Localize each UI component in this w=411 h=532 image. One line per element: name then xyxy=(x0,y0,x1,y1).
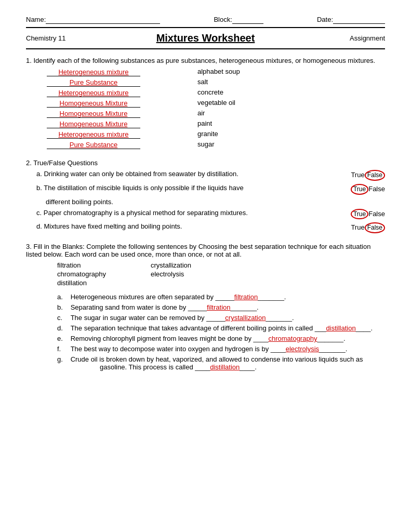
q3-answer-d: distillation xyxy=(326,324,356,332)
block-label: Block: xyxy=(214,16,263,24)
word-bank: filtration crystallization chromatograph… xyxy=(57,261,385,287)
q3-before-b: Separating sand from water is done by __… xyxy=(71,303,207,311)
q1-answers-grid: Heterogeneous mixture alphabet soup Pure… xyxy=(47,68,385,150)
q3-g-line1: g. Crude oil is broken down by heat, vap… xyxy=(57,355,385,363)
wb-distillation: distillation xyxy=(57,279,151,287)
q3-label-e: e. xyxy=(57,335,69,342)
wb-electrolysis: electrolysis xyxy=(151,270,244,278)
q2-answer-a: TrueFalse xyxy=(343,170,385,181)
q3-label-b: b. xyxy=(57,303,69,311)
q1-substance-7: sugar xyxy=(192,140,385,150)
list-item: f. The best way to decompose water into … xyxy=(57,345,385,353)
wb-chromatography: chromatography xyxy=(57,270,151,278)
q1-answer-4: Homogeneous Mixture xyxy=(47,110,140,118)
header-divider-top xyxy=(26,27,385,28)
q1-answer-6: Heterogeneous mixture xyxy=(47,130,140,139)
q3-before-e: Removing chlorophyll pigment from leaves… xyxy=(71,335,269,342)
q1-substance-0: alphabet soup xyxy=(192,68,385,77)
list-item: Heterogeneous mixture xyxy=(47,68,192,77)
true-circled-b: True xyxy=(351,184,368,195)
list-item: b. Separating sand from water is done by… xyxy=(57,303,385,311)
q3-after-c: _______. xyxy=(266,314,294,322)
list-item: Pure Substance xyxy=(47,140,192,150)
q3-answer-b: filtration xyxy=(207,303,231,311)
name-label: Name: xyxy=(26,16,160,24)
q1-answer-1: Pure Substance xyxy=(47,78,140,87)
list-item: Pure Substance xyxy=(47,78,192,87)
q3-label-c: c. xyxy=(57,314,69,322)
q3-label-f: f. xyxy=(57,345,69,353)
q1-substance-4: air xyxy=(192,109,385,118)
q3-after-a: _______. xyxy=(258,293,286,301)
q2-question-c: c. Paper chromatography is a physical me… xyxy=(36,209,343,217)
date-label: Date: xyxy=(317,16,385,24)
q2-title: 2. True/False Questions xyxy=(26,159,385,167)
q3-before-f: The best way to decompose water into oxy… xyxy=(71,345,286,353)
false-circled-a: False xyxy=(365,170,385,181)
wb-empty xyxy=(151,279,244,287)
q3-label-d: d. xyxy=(57,324,69,332)
list-item: a. Drinking water can only be obtained f… xyxy=(26,170,385,181)
q3-answer-f: electrolysis xyxy=(286,345,319,353)
q2-question-b: b. The distillation of miscible liquids … xyxy=(36,184,343,192)
q3-after-b: _______. xyxy=(231,303,259,311)
q3-before-g: Crude oil is broken down by heat, vapori… xyxy=(71,355,363,363)
header-top: Name: Block: Date: xyxy=(26,16,385,24)
q2-answer-d: TrueFalse xyxy=(343,222,385,233)
list-item: Heterogeneous mixture xyxy=(47,88,192,98)
list-item: g. Crude oil is broken down by heat, vap… xyxy=(57,355,385,371)
list-item: Homogeneous Mixture xyxy=(47,119,192,129)
q1-answer-7: Pure Substance xyxy=(47,141,140,149)
header-divider-bottom xyxy=(26,48,385,49)
header-main: Chemistry 11 Mixtures Worksheet Assignme… xyxy=(26,30,385,46)
q2-question-d: d. Mixtures have fixed melting and boili… xyxy=(36,222,343,230)
q3-after-e: _______. xyxy=(317,335,345,342)
q1-substance-3: vegetable oil xyxy=(192,99,385,108)
q2-answer-c: TrueFalse xyxy=(343,209,385,220)
list-item: c. The sugar in sugar water can be remov… xyxy=(57,314,385,322)
q3-answer-g: distillation xyxy=(210,363,240,371)
q2-answer-b: TrueFalse xyxy=(343,184,385,195)
q3-before-a: Heterogeneous mixtures are often separat… xyxy=(71,293,234,301)
list-item: c. Paper chromatography is a physical me… xyxy=(26,209,385,220)
q3-label-g: g. xyxy=(57,355,69,363)
q3-before-d: The separation technique that takes adva… xyxy=(71,324,326,332)
q1-substance-6: granite xyxy=(192,130,385,139)
question-1: 1. Identify each of the following substa… xyxy=(26,57,385,150)
q1-answer-2: Heterogeneous mixture xyxy=(47,89,140,97)
list-item: b. The distillation of miscible liquids … xyxy=(26,184,385,195)
list-item: d. Mixtures have fixed melting and boili… xyxy=(26,222,385,233)
q3-after-d: ____. xyxy=(356,324,373,332)
wb-filtration: filtration xyxy=(57,261,151,269)
q1-answer-0: Heterogeneous mixture xyxy=(47,68,140,76)
list-item: Homogeneous Mixture xyxy=(47,99,192,108)
q3-label-a: a. xyxy=(57,293,69,301)
wb-crystallization: crystallization xyxy=(151,261,244,269)
q3-after-f: _______. xyxy=(319,345,347,353)
q2-question-b-line2: different boiling points. xyxy=(46,198,385,206)
assignment-label: Assignment xyxy=(333,34,385,42)
course-label: Chemistry 11 xyxy=(26,34,78,42)
q1-substance-1: salt xyxy=(192,78,385,87)
list-item: a. Heterogeneous mixtures are often sepa… xyxy=(57,293,385,301)
list-item: d. The separation technique that takes a… xyxy=(57,324,385,332)
list-item: Heterogeneous mixture xyxy=(47,130,192,139)
false-circled-d: False xyxy=(365,222,385,233)
page-title: Mixtures Worksheet xyxy=(78,32,333,44)
list-item: Homogeneous Mixture xyxy=(47,109,192,118)
q3-answer-a: filtration xyxy=(234,293,258,301)
q3-g-line2: gasoline. This process is called ____dis… xyxy=(100,363,385,371)
true-circled-c: True xyxy=(351,209,368,220)
question-3: 3. Fill in the Blanks: Complete the foll… xyxy=(26,243,385,371)
q2-question-a: a. Drinking water can only be obtained f… xyxy=(36,170,343,178)
q1-substance-5: paint xyxy=(192,119,385,129)
q1-title: 1. Identify each of the following substa… xyxy=(26,57,385,64)
q1-answer-5: Homogeneous Mixture xyxy=(47,120,140,128)
question-2: 2. True/False Questions a. Drinking wate… xyxy=(26,159,385,233)
q1-substance-2: concrete xyxy=(192,88,385,98)
q3-title: 3. Fill in the Blanks: Complete the foll… xyxy=(26,243,385,258)
q3-before-c: The sugar in sugar water can be removed … xyxy=(71,314,226,322)
q3-answer-c: crystallization xyxy=(225,314,266,322)
list-item: e. Removing chlorophyll pigment from lea… xyxy=(57,335,385,342)
q3-after-g: ____. xyxy=(240,363,257,371)
